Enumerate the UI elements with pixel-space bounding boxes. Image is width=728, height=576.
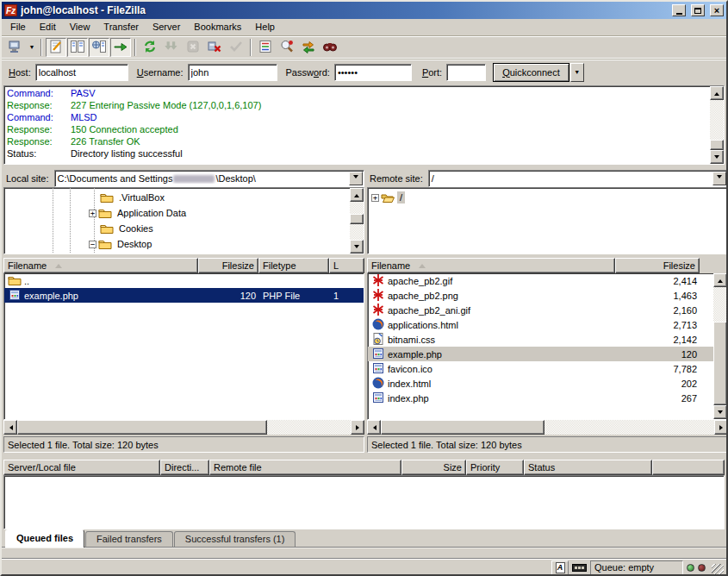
column-header-filetype[interactable]: Filetype (258, 258, 329, 273)
message-log-scrollbar[interactable] (710, 86, 724, 164)
site-manager-dropdown-button[interactable]: ▼ (27, 38, 37, 57)
queue-splitter[interactable] (2, 453, 726, 460)
html-icon (371, 317, 385, 332)
quickconnect-button[interactable]: Quickconnect (493, 63, 569, 82)
toggle-remote-tree-button[interactable] (89, 38, 109, 57)
tab-failed-transfers[interactable]: Failed transfers (85, 531, 173, 547)
queue-column-blank[interactable] (652, 460, 725, 475)
queue-column-directi[interactable]: Directi... (160, 460, 209, 475)
refresh-button[interactable] (140, 38, 160, 57)
find-files-button[interactable] (320, 38, 340, 57)
file-row[interactable]: apache_pb2_ani.gif2,160 (368, 303, 713, 317)
tab-queued-files[interactable]: Queued files (5, 529, 84, 548)
scroll-thumb[interactable] (350, 214, 364, 224)
column-label: Filename (8, 260, 47, 271)
local-files-hscrollbar[interactable] (3, 420, 364, 435)
menu-help[interactable]: Help (248, 20, 282, 34)
scroll-down-button[interactable] (713, 405, 727, 419)
scroll-right-button[interactable] (714, 420, 728, 435)
scroll-down-button[interactable] (350, 240, 364, 254)
speed-limit-icon[interactable] (572, 564, 587, 572)
remote-site-combobox[interactable]: / (428, 170, 728, 187)
password-input[interactable] (334, 64, 412, 81)
port-input[interactable] (446, 64, 486, 81)
local-site-combobox[interactable]: C:\Documents and Settings\Desktop\ (54, 170, 364, 187)
close-button[interactable]: × (710, 4, 724, 16)
scroll-up-button[interactable] (713, 273, 727, 287)
tree-item[interactable]: −Desktop (4, 236, 350, 252)
scroll-thumb[interactable] (17, 420, 267, 435)
disconnect-button[interactable] (204, 38, 225, 57)
tab-successful-transfers-[interactable]: Successful transfers (1) (174, 531, 296, 547)
column-header-filename[interactable]: Filename (367, 258, 615, 273)
file-cell: favicon.ico (368, 361, 616, 376)
resize-grip[interactable] (712, 564, 724, 576)
scroll-down-button[interactable] (710, 150, 724, 164)
tree-item[interactable]: +Application Data (4, 205, 350, 221)
host-input[interactable] (35, 64, 128, 81)
queue-column-status[interactable]: Status (524, 460, 652, 475)
local-pane: Local site: C:\Documents and Settings\De… (3, 169, 364, 453)
site-manager-button[interactable] (5, 38, 26, 57)
menu-server[interactable]: Server (146, 20, 187, 34)
menu-bookmarks[interactable]: Bookmarks (187, 20, 248, 34)
remote-files-vscrollbar[interactable] (713, 273, 727, 419)
queue-column-serverlocalfile[interactable]: Server/Local file (3, 460, 160, 475)
toggle-message-log-button[interactable] (46, 38, 66, 57)
file-row[interactable]: apache_pb2.png1,463 (368, 288, 713, 303)
tree-expander[interactable]: + (371, 194, 379, 202)
file-row[interactable]: favicon.ico7,782 (368, 361, 713, 376)
quickconnect-dropdown-button[interactable]: ▼ (570, 63, 584, 82)
tree-item[interactable]: +/ (368, 190, 727, 205)
toggle-queue-button[interactable] (110, 38, 131, 57)
toggle-local-tree-button[interactable] (67, 38, 88, 57)
transfer-type-indicator[interactable]: A (551, 560, 569, 575)
local-site-dropdown-button[interactable] (349, 172, 363, 185)
file-row[interactable]: applications.html2,713 (368, 317, 713, 332)
tree-item-label: / (397, 191, 405, 203)
local-tree-scrollbar[interactable] (350, 188, 364, 254)
queue-column-remotefile[interactable]: Remote file (209, 460, 401, 475)
file-row[interactable]: apache_pb2.gif2,414 (368, 273, 713, 288)
tree-item[interactable]: .VirtualBox (4, 190, 350, 205)
file-row[interactable]: .. (4, 273, 364, 288)
remote-site-dropdown-button[interactable] (712, 172, 726, 185)
tree-item[interactable]: Cookies (4, 221, 350, 236)
directory-comparison-button[interactable] (277, 38, 297, 57)
scroll-left-button[interactable] (3, 420, 17, 435)
file-row[interactable]: index.html202 (368, 376, 713, 391)
log-line: Command:MLSD (7, 111, 710, 123)
tree-expander[interactable]: + (89, 210, 96, 217)
remote-tree-icon (91, 39, 107, 56)
queue-column-priority[interactable]: Priority (466, 460, 524, 475)
username-input[interactable] (188, 64, 277, 81)
file-row[interactable]: example.php120 (368, 347, 713, 361)
scroll-thumb[interactable] (710, 140, 724, 150)
remote-files-hscrollbar[interactable] (367, 420, 728, 435)
menu-edit[interactable]: Edit (33, 20, 63, 34)
column-header-filesize[interactable]: Filesize (615, 258, 700, 273)
file-row[interactable]: index.php267 (368, 391, 713, 405)
column-header-filesize[interactable]: Filesize (198, 258, 258, 273)
synchronized-browsing-button[interactable] (298, 38, 319, 57)
scroll-thumb[interactable] (713, 322, 727, 405)
scroll-left-button[interactable] (367, 420, 381, 435)
menu-file[interactable]: File (3, 20, 33, 34)
maximize-button[interactable] (691, 4, 705, 16)
queue-column-size[interactable]: Size (401, 460, 466, 475)
column-header-filename[interactable]: Filename (3, 258, 198, 273)
scroll-up-button[interactable] (710, 86, 724, 100)
scroll-up-button[interactable] (350, 188, 364, 202)
column-header-l[interactable]: L (329, 258, 364, 273)
scroll-thumb[interactable] (381, 420, 544, 435)
menu-view[interactable]: View (63, 20, 97, 34)
file-row[interactable]: bitnami.css2,142 (368, 332, 713, 347)
minimize-button[interactable] (672, 4, 686, 16)
log-line-type: Status: (7, 147, 71, 160)
filter-button[interactable] (255, 38, 276, 57)
menu-transfer[interactable]: Transfer (96, 20, 146, 34)
scroll-right-button[interactable] (351, 420, 364, 435)
file-cell: apache_pb2_ani.gif (368, 303, 616, 317)
file-row[interactable]: example.php120PHP File1 (4, 288, 364, 303)
tree-expander[interactable]: − (89, 241, 96, 248)
